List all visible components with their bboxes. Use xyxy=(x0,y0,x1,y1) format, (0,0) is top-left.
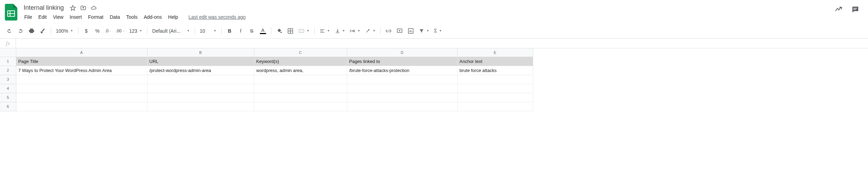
cell-E2[interactable]: brute force attacks xyxy=(457,66,533,75)
borders-button[interactable] xyxy=(285,26,296,36)
toolbar: 100%▼ $ % .0← .00→ 123▼ Default (Ari...▼… xyxy=(0,23,868,39)
menu-data[interactable]: Data xyxy=(107,13,123,21)
percent-button[interactable]: % xyxy=(92,26,103,36)
menu-file[interactable]: File xyxy=(22,13,35,21)
strikethrough-button[interactable]: S xyxy=(247,26,257,36)
cell-A1[interactable]: Page Title xyxy=(16,57,147,66)
cell-B1[interactable]: URL xyxy=(147,57,254,66)
formula-input[interactable] xyxy=(16,39,868,48)
italic-button[interactable]: I xyxy=(236,26,246,36)
font-size-dropdown[interactable]: 10▼ xyxy=(198,26,219,36)
cloud-icon[interactable] xyxy=(90,5,97,11)
last-edit-link[interactable]: Last edit was seconds ago xyxy=(188,14,246,20)
filter-dropdown[interactable]: ▼ xyxy=(417,26,431,36)
svg-rect-8 xyxy=(299,29,304,32)
cell-C1[interactable]: Keyword(s) xyxy=(254,57,347,66)
font-dropdown[interactable]: Default (Ari...▼ xyxy=(150,26,192,36)
wrap-dropdown[interactable]: ▼ xyxy=(348,26,362,36)
functions-dropdown[interactable]: Σ▼ xyxy=(432,26,444,36)
cell-C4[interactable] xyxy=(254,84,347,93)
select-all-corner[interactable] xyxy=(0,48,16,57)
move-icon[interactable] xyxy=(80,5,87,11)
row-header-1[interactable]: 1 xyxy=(0,57,16,66)
cell-B6[interactable] xyxy=(147,102,254,111)
cell-B4[interactable] xyxy=(147,84,254,93)
rotate-dropdown[interactable]: ▼ xyxy=(363,26,377,36)
cell-E3[interactable] xyxy=(457,75,533,84)
column-header-A[interactable]: A xyxy=(16,48,147,57)
column-header-D[interactable]: D xyxy=(347,48,457,57)
row-header-6[interactable]: 6 xyxy=(0,102,16,111)
increase-decimal-button[interactable]: .00→ xyxy=(114,26,127,36)
cell-D1[interactable]: Pages linked to xyxy=(347,57,457,66)
h-align-dropdown[interactable]: ▼ xyxy=(317,26,332,36)
cell-A4[interactable] xyxy=(16,84,147,93)
cell-C6[interactable] xyxy=(254,102,347,111)
cell-E5[interactable] xyxy=(457,93,533,102)
formula-bar: fx xyxy=(0,39,868,48)
menu-format[interactable]: Format xyxy=(85,13,106,21)
row-header-4[interactable]: 4 xyxy=(0,84,16,93)
more-formats-dropdown[interactable]: 123▼ xyxy=(127,26,144,36)
star-icon[interactable] xyxy=(69,5,76,11)
redo-button[interactable] xyxy=(15,26,26,36)
cell-A6[interactable] xyxy=(16,102,147,111)
cell-A5[interactable] xyxy=(16,93,147,102)
cell-C3[interactable] xyxy=(254,75,347,84)
menu-tools[interactable]: Tools xyxy=(124,13,141,21)
menu-addons[interactable]: Add-ons xyxy=(141,13,164,21)
cell-B2[interactable]: /protect-wordpress-admin-area xyxy=(147,66,254,75)
menu-insert[interactable]: Insert xyxy=(67,13,85,21)
cell-A3[interactable] xyxy=(16,75,147,84)
currency-button[interactable]: $ xyxy=(81,26,92,36)
cell-B5[interactable] xyxy=(147,93,254,102)
column-header-E[interactable]: E xyxy=(457,48,533,57)
text-color-button[interactable]: A xyxy=(258,26,268,36)
menu-bar: File Edit View Insert Format Data Tools … xyxy=(22,13,834,23)
comments-icon[interactable] xyxy=(851,5,860,14)
link-button[interactable] xyxy=(383,26,394,36)
doc-title[interactable]: Internal linking xyxy=(22,3,66,12)
v-align-dropdown[interactable]: ▼ xyxy=(333,26,347,36)
cell-C2[interactable]: wordpress, admin area, xyxy=(254,66,347,75)
print-button[interactable] xyxy=(26,26,37,36)
row-header-2[interactable]: 2 xyxy=(0,66,16,75)
paint-format-button[interactable] xyxy=(37,26,48,36)
cell-D4[interactable] xyxy=(347,84,457,93)
cell-A2[interactable]: 7 Ways to Protect Your WordPress Admin A… xyxy=(16,66,147,75)
cell-C5[interactable] xyxy=(254,93,347,102)
cell-B3[interactable] xyxy=(147,75,254,84)
column-header-B[interactable]: B xyxy=(147,48,254,57)
decrease-decimal-button[interactable]: .0← xyxy=(103,26,114,36)
menu-view[interactable]: View xyxy=(50,13,66,21)
doc-header: Internal linking File Edit View Insert F… xyxy=(0,0,868,23)
menu-help[interactable]: Help xyxy=(165,13,181,21)
cell-D6[interactable] xyxy=(347,102,457,111)
sheets-logo[interactable] xyxy=(4,3,18,22)
cell-D5[interactable] xyxy=(347,93,457,102)
comment-button[interactable] xyxy=(394,26,405,36)
merge-dropdown[interactable]: ▼ xyxy=(296,26,312,36)
bold-button[interactable]: B xyxy=(224,26,235,36)
row-header-3[interactable]: 3 xyxy=(0,75,16,84)
cell-E1[interactable]: Anchor text xyxy=(457,57,533,66)
fx-icon: fx xyxy=(0,39,16,48)
title-area: Internal linking File Edit View Insert F… xyxy=(22,3,834,23)
fill-color-button[interactable] xyxy=(274,26,284,36)
cell-E4[interactable] xyxy=(457,84,533,93)
menu-edit[interactable]: Edit xyxy=(36,13,50,21)
cell-E6[interactable] xyxy=(457,102,533,111)
spreadsheet-grid[interactable]: ABCDE1Page TitleURLKeyword(s)Pages linke… xyxy=(0,48,868,111)
cell-D3[interactable] xyxy=(347,75,457,84)
activity-icon[interactable] xyxy=(834,5,843,14)
row-header-5[interactable]: 5 xyxy=(0,93,16,102)
svg-rect-3 xyxy=(853,8,857,9)
column-header-C[interactable]: C xyxy=(254,48,347,57)
chart-button[interactable] xyxy=(406,26,416,36)
cell-D2[interactable]: /brute-force-attacks-protection xyxy=(347,66,457,75)
undo-button[interactable] xyxy=(4,26,15,36)
svg-rect-4 xyxy=(853,9,856,10)
zoom-dropdown[interactable]: 100%▼ xyxy=(54,26,75,36)
